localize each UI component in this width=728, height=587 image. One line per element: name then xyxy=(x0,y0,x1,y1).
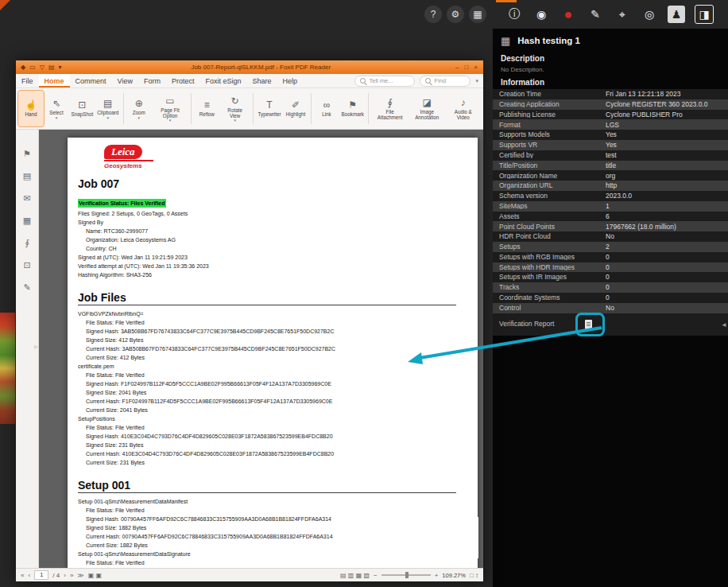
menu-tab-protect[interactable]: Protect xyxy=(166,74,200,87)
page-layout-icon[interactable]: ▦ xyxy=(356,572,364,579)
image-annotation-tool[interactable]: ◪Image Annotation xyxy=(409,91,446,126)
close-button[interactable]: × xyxy=(474,64,478,71)
typewriter-tool[interactable]: TTypewriter xyxy=(256,91,283,126)
info-row-label: Control xyxy=(493,305,606,312)
link-icon: ∞ xyxy=(323,99,331,111)
info-row: Schema version2023.0.0 xyxy=(493,191,728,201)
ribbon-collapse-icon[interactable]: ▾ xyxy=(475,78,483,84)
find-input[interactable]: Find xyxy=(420,76,470,87)
capture-icon[interactable]: ◎ xyxy=(641,6,658,23)
audio-video-tool[interactable]: ♪Audio & Video xyxy=(446,91,481,126)
info-row: Setups with RGB Images0 xyxy=(493,252,728,262)
bookmarks-panel-icon[interactable]: ⚑ xyxy=(23,149,31,159)
edit-icon[interactable]: ✎ xyxy=(587,6,604,23)
pages-panel-icon[interactable]: ▤ xyxy=(23,171,31,181)
open-file-icon[interactable]: ▭ xyxy=(29,64,36,71)
bookmark-label: Bookmark xyxy=(342,111,364,117)
comments-panel-icon[interactable]: ✉ xyxy=(23,193,30,204)
info-row: Point Cloud Points17967662 (18.0 million… xyxy=(493,221,728,231)
record-icon[interactable]: ● xyxy=(560,6,577,23)
fit-view-icon[interactable]: ↕ xyxy=(475,572,478,579)
highlight-label: Highlight xyxy=(286,111,306,117)
hand-label: Hand xyxy=(25,111,37,117)
file-detail-line: File Status: File Verified xyxy=(78,371,468,379)
menu-tab-help[interactable]: Help xyxy=(277,74,303,87)
info-row: Supports VRYes xyxy=(493,140,728,150)
page-fit-option-tool[interactable]: ▭Page Fit Option▾ xyxy=(152,91,189,126)
info-row-value: Fri Jan 13 12:21:18 2023 xyxy=(606,91,728,98)
help-icon[interactable]: ? xyxy=(424,6,442,23)
apps-icon[interactable]: ▦ xyxy=(469,6,486,23)
scroll-marker xyxy=(477,517,478,558)
file-block: SetupPositionsFile Status: File Verified… xyxy=(78,414,468,467)
typewriter-icon: T xyxy=(266,99,272,111)
attachments-panel-icon[interactable]: ∮ xyxy=(25,238,29,248)
highlight-tool[interactable]: ✐Highlight xyxy=(283,91,308,126)
snapshot-tool[interactable]: ⊡SnapShot xyxy=(69,91,95,126)
fit-view-icon[interactable]: □ xyxy=(470,572,475,579)
menu-tab-home[interactable]: Home xyxy=(39,74,70,87)
maximize-button[interactable]: □ xyxy=(464,64,468,71)
signature-panel-icon[interactable]: ✎ xyxy=(23,282,30,293)
clipboard-icon: ▤ xyxy=(103,98,112,110)
next-page-button[interactable]: › xyxy=(64,572,66,579)
panel-collapse-handle[interactable]: ◄ xyxy=(721,321,727,328)
file-detail-line: Signed Size: 412 Bytes xyxy=(78,336,468,344)
panel-toggle-icon[interactable]: ◨ xyxy=(695,5,714,24)
page-number-input[interactable]: 1 xyxy=(34,570,48,580)
title-bar[interactable]: ◆▭▽▤▾ Job 007-Report-qlSLKKM.pdf - Foxit… xyxy=(16,60,483,74)
foxit-logo-icon[interactable]: ◆ xyxy=(21,64,25,71)
page-layout-icon[interactable]: ▥ xyxy=(348,572,356,579)
window-body: ⚑▤✉▦∮⊡✎ Leica Geosystems Job 007 Verific… xyxy=(16,130,483,568)
clipboard-tool[interactable]: ▤Clipboard▾ xyxy=(95,91,121,126)
menu-tab-form[interactable]: Form xyxy=(138,74,166,87)
sidebar-expand-arrow[interactable]: ▶ xyxy=(34,344,38,350)
menu-tab-foxit-esign[interactable]: Foxit eSign xyxy=(199,74,246,87)
rotate-view-tool[interactable]: ↻Rotate View▾ xyxy=(219,91,250,126)
info-row-label: Supports Models xyxy=(493,131,606,138)
top-toolbar: ?⚙▦ⓘ◉●✎⌖◎♟◨ xyxy=(424,5,718,24)
hand-tool[interactable]: ☝Hand xyxy=(18,91,44,126)
zoom-in-button[interactable]: + xyxy=(435,572,439,579)
page-layout-icon[interactable]: ▧ xyxy=(363,572,370,579)
clipboard-view-icon[interactable]: ▣ xyxy=(95,572,102,579)
page-layout-icon[interactable]: ▤ xyxy=(340,572,348,579)
menu-tab-share[interactable]: Share xyxy=(246,74,277,87)
minimize-button[interactable]: – xyxy=(455,64,459,71)
prev-page-button[interactable]: ‹ xyxy=(28,572,30,579)
eye-icon[interactable]: ◉ xyxy=(532,6,550,23)
tell-me-input[interactable]: Tell me... xyxy=(354,76,415,87)
layers-panel-icon[interactable]: ▦ xyxy=(23,216,31,226)
document-area[interactable]: Leica Geosystems Job 007 Verification St… xyxy=(39,130,483,568)
menu-tab-comment[interactable]: Comment xyxy=(70,74,112,87)
zoom-out-button[interactable]: − xyxy=(374,572,378,579)
job-info-line: Hashing Algorithm: SHA3-256 xyxy=(78,270,468,279)
last-page-button[interactable]: » xyxy=(70,572,73,579)
info-icon[interactable]: ⓘ xyxy=(505,6,523,23)
reflow-tool[interactable]: ≡Reflow xyxy=(194,91,219,126)
bookmark-tool[interactable]: ⚑Bookmark xyxy=(339,91,366,126)
qat-caret-icon[interactable]: ▾ xyxy=(58,64,61,71)
link-tool[interactable]: ∞Link xyxy=(314,91,339,126)
report-document-icon[interactable] xyxy=(585,320,592,329)
settings-icon[interactable]: ⚙ xyxy=(447,6,464,23)
info-row: Setups with IR Images0 xyxy=(493,272,728,282)
security-panel-icon[interactable]: ⊡ xyxy=(23,260,30,270)
print-icon[interactable]: ▤ xyxy=(48,64,55,71)
streetview-icon[interactable]: ♟ xyxy=(668,6,685,23)
pin-icon[interactable]: ⌖ xyxy=(614,6,631,23)
file-detail-line: Signed Hash: 3AB508B67FD76743833C64FC377… xyxy=(78,327,468,336)
zoom-slider[interactable] xyxy=(381,574,431,576)
zoom-tool[interactable]: ⊕Zoom▾ xyxy=(126,91,152,126)
info-row-value: No xyxy=(606,305,728,312)
menu-tab-file[interactable]: File xyxy=(16,74,39,87)
first-page-button[interactable]: « xyxy=(21,572,24,579)
job-info-line: Country: CH xyxy=(78,244,468,253)
save-icon[interactable]: ▽ xyxy=(40,64,45,71)
file-attachment-tool[interactable]: ∮File Attachment xyxy=(371,91,409,126)
zoom-slider-thumb[interactable] xyxy=(405,572,409,578)
menu-tab-view[interactable]: View xyxy=(112,74,138,87)
select-tool[interactable]: ⇖Select▾ xyxy=(44,91,69,126)
info-row-label: Tracks xyxy=(493,284,606,291)
view-history-button[interactable]: ≫ xyxy=(77,572,83,579)
